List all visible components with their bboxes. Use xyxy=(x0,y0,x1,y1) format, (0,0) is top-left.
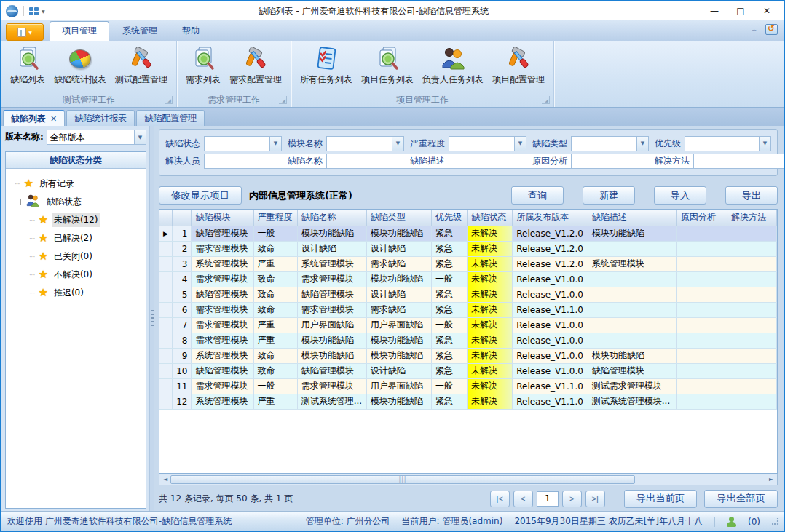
column-header-indicator[interactable] xyxy=(159,210,172,226)
column-header-analysis[interactable]: 原因分析 xyxy=(676,210,727,226)
filter-input[interactable] xyxy=(693,154,785,169)
tools-icon xyxy=(505,45,532,73)
tree-item[interactable]: ····★不解决(0) xyxy=(10,266,144,284)
export-button-导出当前页[interactable]: 导出当前页 xyxy=(624,490,698,508)
chevron-down-icon[interactable]: ▼ xyxy=(269,137,281,151)
pager-prev-button[interactable]: < xyxy=(513,491,533,507)
ribbon-button[interactable]: 需求配置管理 xyxy=(225,44,286,87)
table-row[interactable]: 11需求管理模块一般需求管理模块用户界面缺陷一般未解决Release_V1.1.… xyxy=(159,378,777,394)
doc-tab-label: 缺陷统计报表 xyxy=(74,112,127,124)
column-header-status[interactable]: 缺陷状态 xyxy=(468,210,513,226)
version-select[interactable]: 全部版本 ▼ xyxy=(47,130,146,145)
export-button-导出全部页[interactable]: 导出全部页 xyxy=(704,490,778,508)
maximize-button[interactable]: □ xyxy=(728,3,753,19)
action-button-新建[interactable]: 新建 xyxy=(583,186,635,205)
filter-combo[interactable]: ▼ xyxy=(449,136,526,151)
cell-indicator xyxy=(159,287,172,302)
dialog-launcher-icon[interactable] xyxy=(542,96,550,104)
ribbon-tab-3[interactable]: 帮助 xyxy=(170,22,211,41)
chevron-down-icon[interactable]: ▼ xyxy=(514,137,526,151)
table-row[interactable]: 2需求管理模块致命设计缺陷设计缺陷紧急未解决Release_V1.2.0 xyxy=(159,241,777,256)
quick-access-toolbar-icon[interactable] xyxy=(29,7,39,15)
pager-next-button[interactable]: > xyxy=(562,491,582,507)
application-menu-button[interactable]: ▼ xyxy=(6,23,44,41)
filter-combo[interactable]: ▼ xyxy=(204,136,282,151)
cell-status: 未解决 xyxy=(468,394,513,409)
tree-item[interactable]: ····★推迟(0) xyxy=(10,284,144,302)
scrollbar-track[interactable]: ||| xyxy=(170,475,766,484)
ribbon-tab-1[interactable]: 项目管理 xyxy=(50,21,109,41)
close-button[interactable]: ✕ xyxy=(754,3,779,19)
dialog-launcher-icon[interactable] xyxy=(165,96,173,104)
chevron-down-icon[interactable]: ▼ xyxy=(759,137,770,151)
column-header-type[interactable]: 缺陷类型 xyxy=(366,210,431,226)
column-header-solution[interactable]: 解决方法 xyxy=(727,210,777,226)
table-row[interactable]: 8需求管理模块严重模块功能缺陷模块功能缺陷紧急未解决Release_V1.0.0 xyxy=(159,333,777,348)
ribbon-tab-2[interactable]: 系统管理 xyxy=(111,22,169,41)
column-header-name[interactable]: 缺陷名称 xyxy=(297,210,366,226)
table-row[interactable]: 4需求管理模块致命需求管理模块模块功能缺陷一般未解决Release_V1.0.0 xyxy=(159,271,777,287)
column-header-release[interactable]: 所属发布版本 xyxy=(513,210,588,226)
modify-display-items-button[interactable]: 修改显示项目 xyxy=(159,186,242,205)
table-row[interactable]: 6需求管理模块致命需求管理模块需求缺陷紧急未解决Release_V1.1.0 xyxy=(159,302,777,317)
ribbon-button[interactable]: 缺陷列表 xyxy=(6,44,50,87)
pager-last-button[interactable]: >| xyxy=(585,491,605,507)
table-row[interactable]: 9系统管理模块致命模块功能缺陷模块功能缺陷紧急未解决Release_V1.0.0… xyxy=(159,348,777,363)
filter-combo[interactable]: ▼ xyxy=(571,136,649,151)
ribbon-button[interactable]: 项目配置管理 xyxy=(488,44,549,87)
pager-first-button[interactable]: |< xyxy=(490,491,510,507)
cell-indicator xyxy=(159,317,172,333)
table-row[interactable]: 10缺陷管理模块致命缺陷管理模块设计缺陷紧急未解决Release_V1.0.0缺… xyxy=(159,363,777,378)
action-button-导出[interactable]: 导出 xyxy=(725,186,778,205)
scrollbar-thumb[interactable]: ||| xyxy=(170,475,635,484)
table-row[interactable]: 3系统管理模块严重系统管理模块需求缺陷紧急未解决Release_V1.2.0系统… xyxy=(159,256,777,271)
column-header-num[interactable] xyxy=(172,210,192,226)
tree-item[interactable]: ····★未解决(12) xyxy=(10,211,144,229)
horizontal-scrollbar[interactable]: ◄ ||| ► xyxy=(159,474,778,485)
collapse-expander-icon[interactable] xyxy=(15,199,21,205)
column-header-severity[interactable]: 严重程度 xyxy=(253,210,297,226)
ribbon-button[interactable]: 项目任务列表 xyxy=(357,44,418,87)
table-row[interactable]: 5缺陷管理模块致命缺陷管理模块设计缺陷紧急未解决Release_V1.0.0 xyxy=(159,287,777,302)
doc-tab-1[interactable]: 缺陷列表✕ xyxy=(3,110,65,126)
cell-num: 6 xyxy=(172,302,192,317)
column-header-priority[interactable]: 优先级 xyxy=(431,210,467,226)
scroll-right-icon[interactable]: ► xyxy=(766,476,776,483)
table-row[interactable]: 12系统管理模块严重测试系统管理...模块功能缺陷紧急未解决Release_V1… xyxy=(159,394,777,409)
tree-item[interactable]: ····★已解决(2) xyxy=(10,229,144,247)
action-button-导入[interactable]: 导入 xyxy=(654,186,706,205)
ribbon-button[interactable]: 缺陷统计报表 xyxy=(50,44,111,87)
filter-combo[interactable]: ▼ xyxy=(326,136,404,151)
tree-item[interactable]: ····★已关闭(0) xyxy=(10,247,144,266)
filter-combo[interactable]: ▼ xyxy=(685,136,771,151)
cell-name: 模块功能缺陷 xyxy=(297,348,366,363)
minimize-button[interactable]: — xyxy=(702,3,727,19)
ribbon-button[interactable]: 测试配置管理 xyxy=(111,44,172,87)
ribbon-group-3: 所有任务列表项目任务列表负责人任务列表项目配置管理项目管理工作 xyxy=(291,41,554,107)
tree-item[interactable]: 缺陷状态 xyxy=(10,193,144,211)
tree-connector: ···· xyxy=(29,271,34,279)
doc-tab-2[interactable]: 缺陷统计报表 xyxy=(66,110,135,126)
table-row[interactable]: 7需求管理模块严重用户界面缺陷用户界面缺陷一般未解决Release_V1.0.0 xyxy=(159,317,777,333)
ribbon-button[interactable]: 负责人任务列表 xyxy=(418,44,488,87)
action-button-查询[interactable]: 查询 xyxy=(511,186,564,205)
star-icon: ★ xyxy=(38,269,47,280)
close-tab-icon[interactable]: ✕ xyxy=(50,114,57,124)
chevron-down-icon[interactable]: ▼ xyxy=(134,130,146,144)
dialog-launcher-icon[interactable] xyxy=(279,96,287,104)
ribbon-button[interactable]: 所有任务列表 xyxy=(296,44,357,87)
pager-page-input[interactable]: 1 xyxy=(537,491,559,507)
column-header-module[interactable]: 缺陷模块 xyxy=(192,210,253,226)
tree-item[interactable]: ····★所有记录 xyxy=(10,175,144,193)
chevron-down-icon[interactable]: ▼ xyxy=(636,137,648,151)
chevron-down-icon[interactable]: ▼ xyxy=(392,137,403,151)
column-header-description[interactable]: 缺陷描述 xyxy=(588,210,676,226)
scroll-left-icon[interactable]: ◄ xyxy=(160,476,170,483)
resize-grip-icon[interactable] xyxy=(772,518,779,525)
collapse-ribbon-icon[interactable]: ︿ xyxy=(751,25,758,33)
ribbon-button[interactable]: 需求列表 xyxy=(181,44,225,87)
cell-priority: 紧急 xyxy=(431,302,467,317)
doc-tab-3[interactable]: 缺陷配置管理 xyxy=(136,110,205,126)
help-icon[interactable] xyxy=(765,24,778,35)
table-row[interactable]: ▶1缺陷管理模块一般模块功能缺陷模块功能缺陷紧急未解决Release_V1.2.… xyxy=(159,226,777,241)
